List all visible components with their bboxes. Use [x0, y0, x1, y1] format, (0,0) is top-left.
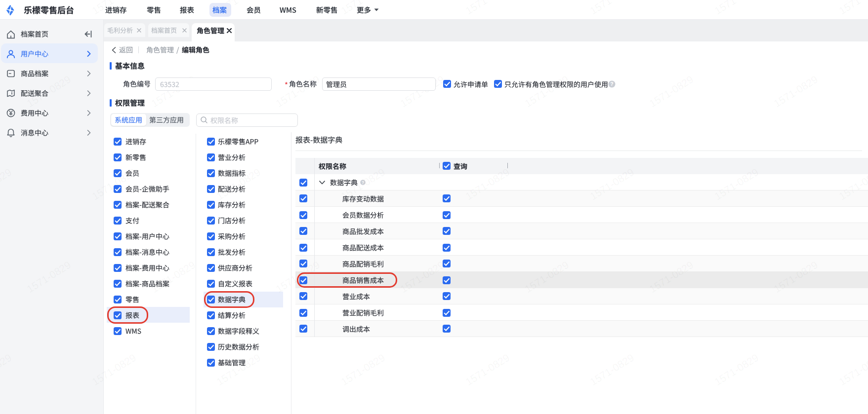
svg-text:1571-0829: 1571-0829: [0, 352, 13, 388]
svg-text:1571-0829: 1571-0829: [712, 166, 760, 202]
svg-text:1571-0829: 1571-0829: [588, 166, 636, 202]
svg-text:1571-0829: 1571-0829: [274, 74, 322, 110]
svg-text:?: ?: [610, 81, 613, 87]
svg-text:1571-0829: 1571-0829: [837, 352, 868, 388]
svg-text:1571-0829: 1571-0829: [463, 352, 511, 388]
svg-text:1571-0829: 1571-0829: [837, 166, 868, 202]
svg-text:1571-0829: 1571-0829: [588, 0, 636, 16]
svg-text:1571-0829: 1571-0829: [398, 259, 446, 295]
svg-text:?: ?: [362, 180, 364, 185]
svg-text:1571-0829: 1571-0829: [647, 74, 695, 110]
svg-text:1571-0829: 1571-0829: [463, 0, 511, 16]
svg-text:1571-0829: 1571-0829: [523, 259, 571, 295]
svg-text:1571-0829: 1571-0829: [712, 352, 760, 388]
svg-text:1571-0829: 1571-0829: [588, 352, 636, 388]
svg-text:1571-0829: 1571-0829: [0, 166, 13, 202]
svg-text:1571-0829: 1571-0829: [772, 74, 820, 110]
svg-text:1571-0829: 1571-0829: [523, 74, 571, 110]
svg-text:1571-0829: 1571-0829: [712, 0, 760, 16]
svg-text:1571-0829: 1571-0829: [90, 352, 138, 388]
svg-text:1571-0829: 1571-0829: [647, 259, 695, 295]
svg-text:1571-0829: 1571-0829: [463, 166, 511, 202]
svg-text:1571-0829: 1571-0829: [772, 259, 820, 295]
svg-text:1571-0829: 1571-0829: [339, 352, 387, 388]
svg-text:1571-0829: 1571-0829: [837, 0, 868, 16]
svg-text:1571-0829: 1571-0829: [25, 259, 73, 295]
svg-text:1571-0829: 1571-0829: [214, 352, 262, 388]
